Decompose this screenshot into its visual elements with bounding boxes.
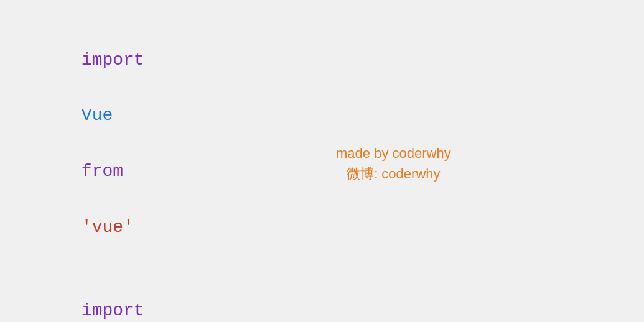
code-line-1: import Vue from 'vue': [19, 19, 625, 269]
watermark: made by coderwhy 微博: coderwhy: [336, 143, 451, 184]
space: [82, 190, 92, 209]
identifier-vue: Vue: [82, 106, 113, 125]
code-block: import Vue from 'vue' import App from '.…: [19, 19, 625, 322]
code-container: import Vue from 'vue' import App from '.…: [0, 0, 644, 322]
keyword-from-1: from: [82, 162, 123, 181]
watermark-line1: made by coderwhy: [336, 143, 451, 163]
space: [82, 78, 92, 98]
string-vue: 'vue': [82, 218, 134, 237]
watermark-line2: 微博: coderwhy: [336, 163, 451, 184]
keyword-import-1: import: [82, 50, 144, 70]
space: [82, 134, 92, 153]
code-line-2: import App from './App': [19, 269, 625, 322]
keyword-import-2: import: [82, 301, 144, 320]
